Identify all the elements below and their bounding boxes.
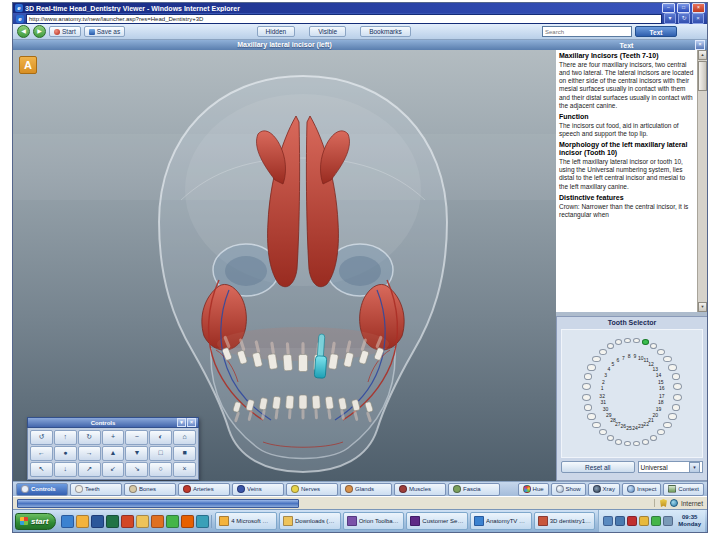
tab-context[interactable]: Context — [663, 483, 704, 496]
tooth-23[interactable] — [642, 439, 649, 445]
tooth-28[interactable] — [599, 429, 607, 435]
toolbar-button-hidden[interactable]: Hidden — [257, 26, 296, 37]
excel-icon[interactable] — [106, 515, 119, 528]
tooth-14[interactable] — [668, 364, 677, 371]
update-shield-icon[interactable] — [639, 516, 649, 526]
folder-icon[interactable] — [136, 515, 149, 528]
control-button-12[interactable]: □ — [149, 446, 172, 461]
scroll-down-icon[interactable]: ▼ — [698, 302, 707, 312]
tooth-10[interactable] — [642, 339, 649, 345]
volume-icon[interactable] — [603, 516, 613, 526]
tab-arteries[interactable]: Arteries — [178, 483, 230, 496]
tooth-11[interactable] — [650, 343, 657, 349]
tooth-9[interactable] — [633, 338, 639, 343]
tab-show[interactable]: Show — [551, 483, 586, 496]
minimize-button[interactable]: – — [662, 3, 675, 13]
reset-all-button[interactable]: Reset all — [561, 461, 635, 473]
scroll-up-icon[interactable]: ▲ — [698, 50, 707, 60]
close-button[interactable]: × — [692, 3, 705, 13]
tooth-26[interactable] — [615, 439, 622, 445]
control-button-1[interactable]: ↑ — [54, 430, 77, 445]
taskbar-task-2[interactable]: Orion Toolbar - Y!... — [343, 512, 405, 530]
taskbar-task-4[interactable]: AnatomyTV home - Wind... — [470, 512, 532, 530]
tab-fascia[interactable]: Fascia — [448, 483, 500, 496]
taskbar-task-1[interactable]: Downloads (Not Respon... — [279, 512, 341, 530]
tooth-13[interactable] — [663, 356, 671, 363]
numbering-select[interactable]: Universal ▾ — [638, 461, 704, 473]
tooth-12[interactable] — [657, 349, 665, 355]
start-button[interactable]: Start — [49, 26, 81, 37]
control-button-4[interactable]: − — [125, 430, 148, 445]
word-icon[interactable] — [91, 515, 104, 528]
text-toggle-button[interactable]: Text — [635, 26, 677, 37]
tooth-21[interactable] — [657, 429, 665, 435]
tooth-5[interactable] — [599, 349, 607, 355]
forward-button[interactable]: ▶ — [33, 25, 46, 38]
tooth-3[interactable] — [587, 364, 596, 371]
tooth-25[interactable] — [624, 441, 630, 446]
search-input[interactable] — [542, 26, 632, 37]
show-desktop-icon[interactable] — [196, 515, 209, 528]
control-button-11[interactable]: ▼ — [125, 446, 148, 461]
control-button-16[interactable]: ↗ — [78, 462, 101, 477]
tooth-17[interactable] — [673, 394, 682, 401]
control-button-5[interactable]: ◐ — [149, 430, 172, 445]
refresh-button[interactable]: ↻ — [678, 13, 690, 24]
address-dropdown-icon[interactable]: ▾ — [664, 13, 676, 24]
control-button-13[interactable]: ■ — [173, 446, 196, 461]
tab-controls[interactable]: Controls — [16, 483, 68, 496]
tab-nerves[interactable]: Nerves — [286, 483, 338, 496]
tooth-31[interactable] — [584, 404, 593, 411]
tooth-19[interactable] — [668, 413, 677, 420]
tooth-1[interactable] — [582, 383, 591, 390]
control-button-14[interactable]: ↖ — [30, 462, 53, 477]
tooth-20[interactable] — [663, 422, 671, 429]
control-button-3[interactable]: + — [102, 430, 125, 445]
tab-hue[interactable]: Hue — [518, 483, 549, 496]
scroll-thumb[interactable] — [698, 61, 707, 91]
tooth-24[interactable] — [633, 441, 639, 446]
messenger-icon[interactable] — [166, 515, 179, 528]
3d-viewport[interactable]: A Controls ▾ × ↺↑↻+−◐⌂←●→▲▼□■↖↓↗↙↘○× — [13, 50, 556, 481]
control-button-17[interactable]: ↙ — [102, 462, 125, 477]
outlook-icon[interactable] — [76, 515, 89, 528]
taskbar-task-0[interactable]: 4 Microsoft Office Out... — [215, 512, 277, 530]
text-panel-close-icon[interactable]: × — [695, 40, 705, 50]
controls-close-icon[interactable]: × — [187, 418, 196, 427]
tab-teeth[interactable]: Teeth — [70, 483, 122, 496]
control-button-6[interactable]: ⌂ — [173, 430, 196, 445]
stop-button[interactable]: × — [692, 13, 704, 24]
control-button-7[interactable]: ← — [30, 446, 53, 461]
tooth-27[interactable] — [607, 435, 614, 441]
messenger-tray-icon[interactable] — [651, 516, 661, 526]
control-button-2[interactable]: ↻ — [78, 430, 101, 445]
firefox-icon[interactable] — [181, 515, 194, 528]
tab-xray[interactable]: Xray — [588, 483, 620, 496]
save-button[interactable]: Save as — [84, 26, 126, 37]
back-button[interactable]: ◀ — [17, 25, 30, 38]
control-button-20[interactable]: × — [173, 462, 196, 477]
start-menu-button[interactable]: start — [15, 513, 56, 530]
tooth-8[interactable] — [624, 338, 630, 343]
tab-bones[interactable]: Bones — [124, 483, 176, 496]
tooth-4[interactable] — [592, 356, 600, 363]
internet-explorer-icon[interactable] — [61, 515, 74, 528]
tooth-30[interactable] — [587, 413, 596, 420]
control-button-19[interactable]: ○ — [149, 462, 172, 477]
tab-glands[interactable]: Glands — [340, 483, 392, 496]
tab-muscles[interactable]: Muscles — [394, 483, 446, 496]
maximize-button[interactable]: □ — [677, 3, 690, 13]
tooth-32[interactable] — [582, 394, 591, 401]
tooth-22[interactable] — [650, 435, 657, 441]
controls-collapse-icon[interactable]: ▾ — [177, 418, 186, 427]
taskbar-task-5[interactable]: 3D dentistry1.JPG - Paint — [534, 512, 596, 530]
tooth-29[interactable] — [592, 422, 600, 429]
text-scrollbar[interactable]: ▲ ▼ — [697, 50, 707, 312]
toolbar-button-visible[interactable]: Visible — [309, 26, 346, 37]
control-button-0[interactable]: ↺ — [30, 430, 53, 445]
control-button-8[interactable]: ● — [54, 446, 77, 461]
tooth-2[interactable] — [584, 373, 593, 380]
tooth-6[interactable] — [607, 343, 614, 349]
address-input[interactable]: http://www.anatomy.tv/new/launcher.asp?r… — [26, 14, 662, 24]
control-button-18[interactable]: ↘ — [125, 462, 148, 477]
